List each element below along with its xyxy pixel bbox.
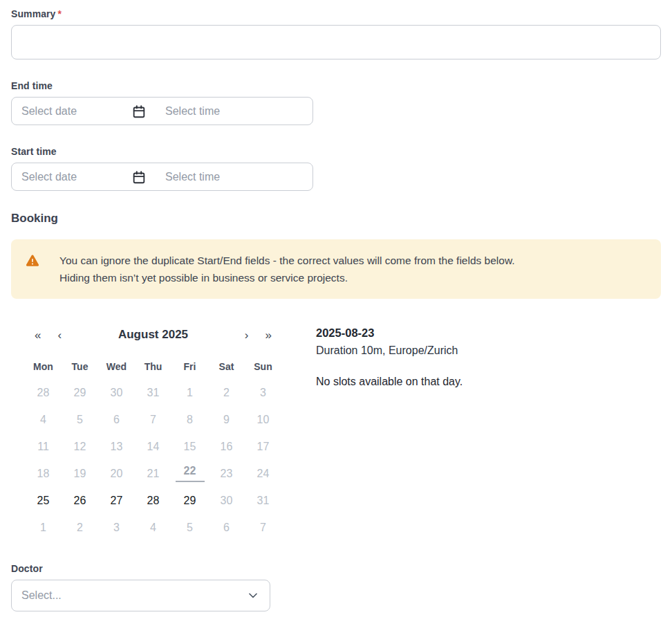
calendar-day: 12 bbox=[62, 433, 98, 460]
calendar-nav: « ‹ August 2025 › » bbox=[25, 325, 281, 344]
appointment-form: Summary* End time Start time bbox=[0, 0, 672, 611]
calendar-icon bbox=[131, 104, 147, 119]
calendar-day: 19 bbox=[62, 460, 98, 487]
calendar-day: 30 bbox=[98, 379, 135, 406]
calendar-day: 6 bbox=[98, 406, 135, 433]
doctor-field: Doctor Select... bbox=[11, 563, 661, 611]
calendar-day: 22 bbox=[171, 460, 208, 487]
calendar-day[interactable]: 26 bbox=[62, 487, 98, 514]
end-datetime-picker[interactable] bbox=[11, 97, 313, 125]
summary-label: Summary* bbox=[11, 8, 661, 19]
calendar-weekday: Wed bbox=[98, 358, 135, 375]
start-time-field: Start time bbox=[11, 146, 661, 191]
calendar-day: 18 bbox=[25, 460, 62, 487]
calendar-icon bbox=[131, 169, 147, 185]
calendar-day: 23 bbox=[208, 460, 245, 487]
end-time-label: End time bbox=[11, 80, 661, 91]
calendar-month-title: August 2025 bbox=[64, 328, 242, 342]
warning-line-2: Hiding them isn’t yet possible in busine… bbox=[59, 272, 348, 284]
calendar-day: 1 bbox=[171, 379, 208, 406]
start-time-input[interactable] bbox=[147, 171, 312, 183]
calendar-day: 4 bbox=[135, 514, 171, 541]
calendar-day: 15 bbox=[171, 433, 208, 460]
calendar-day: 11 bbox=[25, 433, 62, 460]
warning-alert: You can ignore the duplicate Start/End f… bbox=[11, 239, 661, 299]
start-date-input[interactable] bbox=[12, 171, 131, 183]
calendar-day: 7 bbox=[245, 514, 281, 541]
calendar-day[interactable]: 28 bbox=[135, 487, 171, 514]
end-time-input[interactable] bbox=[147, 105, 312, 118]
chevron-down-icon bbox=[246, 589, 260, 602]
calendar-day: 13 bbox=[98, 433, 135, 460]
prev-year-button[interactable]: « bbox=[32, 328, 44, 342]
calendar-day: 10 bbox=[245, 406, 281, 433]
next-year-button[interactable]: » bbox=[263, 328, 274, 342]
booking-heading: Booking bbox=[11, 212, 661, 225]
slot-details: 2025-08-23 Duration 10m, Europe/Zurich N… bbox=[316, 325, 463, 541]
start-datetime-picker[interactable] bbox=[11, 163, 313, 191]
calendar: « ‹ August 2025 › » MonTueWedThuFriSatSu… bbox=[25, 325, 281, 541]
calendar-day: 16 bbox=[208, 433, 245, 460]
calendar-day: 4 bbox=[25, 406, 62, 433]
calendar-day: 29 bbox=[62, 379, 98, 406]
end-date-input[interactable] bbox=[12, 105, 131, 118]
calendar-day: 3 bbox=[245, 379, 281, 406]
calendar-grid: 2829303112345678910111213141516171819202… bbox=[25, 379, 281, 541]
calendar-day[interactable]: 25 bbox=[25, 487, 62, 514]
calendar-day: 20 bbox=[98, 460, 135, 487]
calendar-day: 31 bbox=[135, 379, 171, 406]
required-asterisk: * bbox=[58, 8, 62, 19]
calendar-day: 2 bbox=[62, 514, 98, 541]
calendar-day: 2 bbox=[208, 379, 245, 406]
warning-line-1: You can ignore the duplicate Start/End f… bbox=[59, 255, 515, 266]
calendar-weekday: Sun bbox=[245, 358, 281, 375]
calendar-day: 8 bbox=[171, 406, 208, 433]
duration-timezone: Duration 10m, Europe/Zurich bbox=[316, 344, 463, 357]
warning-message: You can ignore the duplicate Start/End f… bbox=[59, 252, 515, 286]
start-time-label: Start time bbox=[11, 146, 661, 157]
calendar-day: 17 bbox=[245, 433, 281, 460]
calendar-weekday: Tue bbox=[62, 358, 98, 375]
calendar-day: 24 bbox=[245, 460, 281, 487]
summary-input[interactable] bbox=[11, 25, 661, 59]
calendar-weekday: Sat bbox=[208, 358, 245, 375]
doctor-label: Doctor bbox=[11, 563, 661, 574]
summary-label-text: Summary bbox=[11, 8, 56, 19]
calendar-day: 7 bbox=[135, 406, 171, 433]
calendar-day: 6 bbox=[208, 514, 245, 541]
calendar-day: 9 bbox=[208, 406, 245, 433]
calendar-day: 28 bbox=[25, 379, 62, 406]
calendar-day: 5 bbox=[171, 514, 208, 541]
calendar-day: 5 bbox=[62, 406, 98, 433]
prev-month-button[interactable]: ‹ bbox=[55, 328, 64, 342]
calendar-day: 3 bbox=[98, 514, 135, 541]
calendar-weekday: Mon bbox=[25, 358, 62, 375]
calendar-day: 1 bbox=[25, 514, 62, 541]
doctor-select[interactable]: Select... bbox=[11, 580, 270, 611]
selected-date: 2025-08-23 bbox=[316, 326, 463, 340]
summary-field: Summary* bbox=[11, 8, 661, 59]
calendar-weekday: Fri bbox=[171, 358, 208, 375]
warning-icon bbox=[25, 253, 40, 271]
calendar-day[interactable]: 29 bbox=[171, 487, 208, 514]
end-time-field: End time bbox=[11, 80, 661, 125]
calendar-day: 14 bbox=[135, 433, 171, 460]
calendar-weekdays: MonTueWedThuFriSatSun bbox=[25, 358, 281, 375]
booking-widget: « ‹ August 2025 › » MonTueWedThuFriSatSu… bbox=[11, 325, 661, 541]
next-month-button[interactable]: › bbox=[242, 328, 252, 342]
calendar-day: 21 bbox=[135, 460, 171, 487]
calendar-day: 31 bbox=[245, 487, 281, 514]
doctor-select-value: Select... bbox=[21, 589, 246, 602]
calendar-weekday: Thu bbox=[135, 358, 171, 375]
no-slots-message: No slots available on that day. bbox=[316, 376, 463, 388]
calendar-day: 30 bbox=[208, 487, 245, 514]
calendar-day[interactable]: 27 bbox=[98, 487, 135, 514]
